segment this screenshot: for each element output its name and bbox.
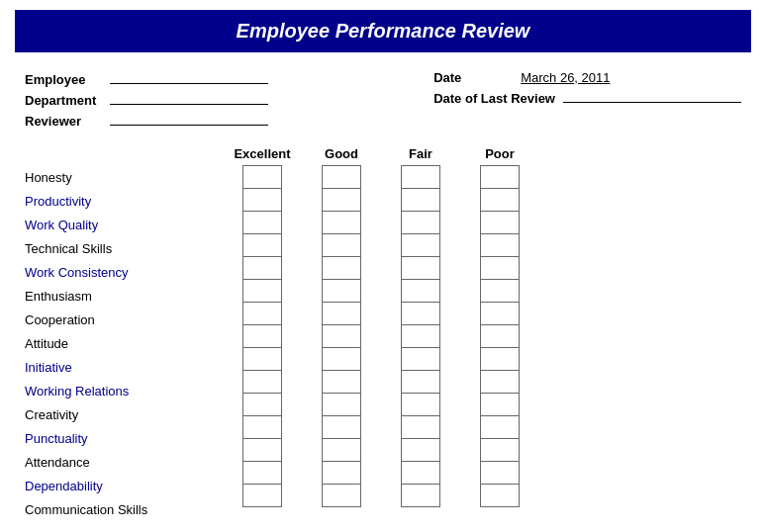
- rating-cell[interactable]: [480, 302, 520, 325]
- reviewer-label: Reviewer: [25, 114, 104, 129]
- criteria-item: Initiative: [25, 355, 223, 379]
- date-value: March 26, 2011: [521, 70, 649, 85]
- rating-cell[interactable]: [401, 324, 440, 348]
- rating-cell[interactable]: [401, 279, 440, 303]
- last-review-row: Date of Last Review: [433, 89, 741, 106]
- rating-cell[interactable]: [401, 188, 440, 212]
- rating-cell[interactable]: [322, 370, 361, 394]
- rating-cell[interactable]: [322, 211, 361, 234]
- criteria-item: Honesty: [25, 165, 223, 189]
- criteria-item: Cooperation: [25, 308, 223, 331]
- last-review-label: Date of Last Review: [433, 91, 555, 106]
- date-row: Date March 26, 2011: [433, 70, 741, 85]
- rating-cell[interactable]: [322, 393, 361, 416]
- rating-cell[interactable]: [322, 347, 361, 371]
- rating-cell[interactable]: [242, 347, 282, 371]
- rating-cell[interactable]: [322, 484, 361, 507]
- rating-cell[interactable]: [480, 370, 520, 394]
- rating-cell[interactable]: [242, 302, 282, 325]
- criteria-item: Technical Skills: [25, 236, 223, 260]
- rating-cell[interactable]: [480, 233, 520, 257]
- rating-cell[interactable]: [322, 233, 361, 257]
- rating-cell[interactable]: [480, 324, 520, 348]
- info-left: Employee Department Reviewer: [25, 70, 268, 129]
- rating-cell[interactable]: [401, 438, 440, 462]
- criteria-item: Attendance: [25, 450, 223, 474]
- rating-cell[interactable]: [480, 165, 520, 189]
- ratings-body: HonestyProductivityWork QualityTechnical…: [25, 165, 741, 521]
- rating-cell[interactable]: [480, 484, 520, 507]
- rating-cell[interactable]: [401, 302, 440, 325]
- employee-row: Employee: [25, 70, 268, 87]
- rating-col-fair: [381, 165, 460, 521]
- rating-cell[interactable]: [242, 370, 282, 394]
- rating-cell[interactable]: [322, 415, 361, 439]
- ratings-section: ExcellentGoodFairPoor HonestyProductivit…: [15, 146, 751, 521]
- rating-cell[interactable]: [401, 415, 440, 439]
- rating-cell[interactable]: [322, 324, 361, 348]
- rating-cell[interactable]: [322, 461, 361, 485]
- rating-cell[interactable]: [480, 438, 520, 462]
- rating-cell[interactable]: [480, 461, 520, 485]
- rating-cell[interactable]: [401, 256, 440, 280]
- reviewer-row: Reviewer: [25, 112, 268, 129]
- rating-cell[interactable]: [242, 256, 282, 280]
- rating-col-poor: [460, 165, 539, 521]
- rating-cell[interactable]: [401, 484, 440, 507]
- rating-cell[interactable]: [242, 484, 282, 507]
- rating-cell[interactable]: [480, 415, 520, 439]
- criteria-item: Dependability: [25, 474, 223, 497]
- department-row: Department: [25, 91, 268, 108]
- rating-header-good: Good: [302, 146, 381, 161]
- criteria-item: Punctuality: [25, 426, 223, 450]
- rating-cell[interactable]: [242, 233, 282, 257]
- rating-cell[interactable]: [242, 165, 282, 189]
- rating-cell[interactable]: [401, 393, 440, 416]
- rating-cell[interactable]: [480, 347, 520, 371]
- rating-cell[interactable]: [401, 211, 440, 234]
- rating-cell[interactable]: [242, 188, 282, 212]
- rating-cell[interactable]: [242, 393, 282, 416]
- criteria-item: Working Relations: [25, 379, 223, 402]
- rating-cell[interactable]: [242, 438, 282, 462]
- criteria-item: Work Consistency: [25, 260, 223, 284]
- page-title: Employee Performance Review: [15, 10, 751, 52]
- last-review-input-line: [563, 89, 741, 103]
- rating-cell[interactable]: [242, 415, 282, 439]
- rating-cell[interactable]: [401, 370, 440, 394]
- rating-cell[interactable]: [401, 165, 440, 189]
- rating-cell[interactable]: [242, 211, 282, 234]
- rating-cell[interactable]: [322, 256, 361, 280]
- date-label: Date: [433, 70, 513, 85]
- rating-cell[interactable]: [480, 393, 520, 416]
- rating-header-excellent: Excellent: [223, 146, 302, 161]
- criteria-list: HonestyProductivityWork QualityTechnical…: [25, 165, 223, 521]
- rating-cell[interactable]: [242, 461, 282, 485]
- rating-cell[interactable]: [322, 188, 361, 212]
- rating-cell[interactable]: [322, 165, 361, 189]
- rating-cell[interactable]: [242, 279, 282, 303]
- rating-cell[interactable]: [322, 302, 361, 325]
- rating-cell[interactable]: [480, 256, 520, 280]
- rating-cell[interactable]: [480, 211, 520, 234]
- info-section: Employee Department Reviewer Date March …: [15, 70, 751, 129]
- criteria-item: Attitude: [25, 331, 223, 355]
- info-right: Date March 26, 2011 Date of Last Review: [433, 70, 741, 129]
- criteria-item: Work Quality: [25, 213, 223, 236]
- employee-label: Employee: [25, 72, 104, 87]
- rating-cell[interactable]: [480, 279, 520, 303]
- rating-cell[interactable]: [401, 347, 440, 371]
- rating-cell[interactable]: [480, 188, 520, 212]
- rating-col-good: [302, 165, 381, 521]
- rating-header-poor: Poor: [460, 146, 539, 161]
- rating-cell[interactable]: [401, 233, 440, 257]
- rating-cell[interactable]: [322, 438, 361, 462]
- ratings-header: ExcellentGoodFairPoor: [223, 146, 741, 161]
- rating-header-fair: Fair: [381, 146, 460, 161]
- criteria-item: Productivity: [25, 189, 223, 213]
- rating-col-excellent: [223, 165, 302, 521]
- department-label: Department: [25, 93, 104, 108]
- rating-cell[interactable]: [401, 461, 440, 485]
- rating-cell[interactable]: [322, 279, 361, 303]
- rating-cell[interactable]: [242, 324, 282, 348]
